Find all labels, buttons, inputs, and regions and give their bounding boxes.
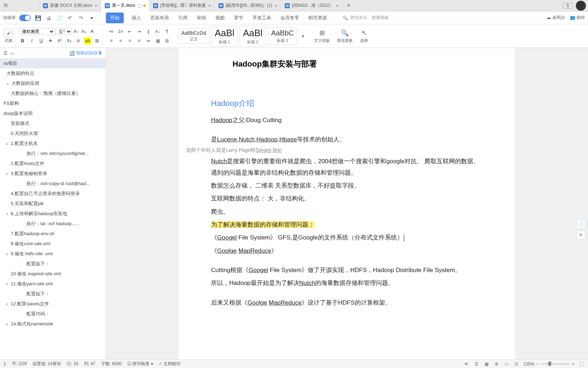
proof-button[interactable]: ✓ 文档校对 (159, 361, 181, 367)
toc-item[interactable]: ∨3.配置免秘钥登录 (0, 169, 106, 179)
toc-item[interactable]: ∨14.格式化namenode (0, 319, 106, 329)
toc-item[interactable]: 配置如下： (0, 259, 106, 269)
tab-shell[interactable]: 壳 (0, 0, 39, 11)
toc-item[interactable]: 10.修改 mapred-site.xml (0, 269, 106, 279)
shrink-font-icon[interactable]: A↓ (80, 28, 88, 35)
print-icon[interactable]: 🖨 (45, 14, 52, 21)
fullscreen-icon[interactable]: ⛶ (578, 361, 584, 367)
toc-item[interactable]: 5.安装和配置jdk (0, 199, 106, 209)
toc-icon[interactable]: ☰ (4, 51, 8, 56)
command-search[interactable]: 🔍查找命令、搜索模板 (343, 15, 389, 21)
outdent-button[interactable]: ⇤ (126, 28, 134, 35)
preview-icon[interactable]: 📄 (56, 14, 63, 21)
indent-button[interactable]: ⇥ (135, 28, 143, 35)
zoom-in-icon[interactable]: + (572, 362, 574, 367)
shading-button[interactable]: ▦ (154, 37, 162, 44)
toc-item[interactable]: ∨大数据的应用 (0, 78, 106, 88)
font-color-button[interactable]: A (75, 37, 82, 44)
toc-item[interactable]: 4.配置自己节点登录的免密码登录 (0, 189, 106, 199)
justify-button[interactable]: ≡ (135, 37, 143, 44)
zoom-out-icon[interactable]: − (536, 362, 539, 367)
close-icon[interactable]: × (335, 3, 338, 9)
collab-button[interactable]: 👥 协作 (570, 15, 585, 21)
toc-item[interactable]: FS架构 (0, 98, 106, 108)
autosave-toggle[interactable] (19, 15, 31, 21)
numbering-button[interactable]: 1≡ (117, 28, 124, 35)
menu-layout[interactable]: 页面布局 (149, 13, 170, 23)
status-line[interactable]: 行: 16 (67, 361, 78, 367)
superscript-button[interactable]: X² (56, 37, 63, 44)
toc-item[interactable]: 7.配置hadoop-env.sh (0, 229, 106, 239)
distribute-button[interactable]: ⇔ (144, 37, 152, 44)
bullets-button[interactable]: •≡ (107, 28, 115, 35)
tab-doc-5[interactable]: W[050410...准（2022）× (281, 0, 342, 11)
dropdown-icon[interactable]: ▾ (88, 14, 95, 21)
toc-item[interactable]: ∨9.修改 hdfs-site .xml (0, 249, 106, 259)
toc-item[interactable]: 执行：tar -xvf hadoop...... (0, 219, 106, 229)
toc-item[interactable]: 执行：vim /etc/sysconfig/net... (0, 149, 106, 159)
toc-item[interactable]: 大数据的核心：预测（建模比赛） (0, 88, 106, 98)
grow-font-icon[interactable]: A↑ (73, 28, 80, 35)
toc-item[interactable]: 大数据的特点 (0, 68, 106, 78)
strike-button[interactable]: A (47, 37, 54, 44)
zoom-slider[interactable] (541, 363, 570, 364)
text-layout-tool[interactable]: ⊞文字排版 (311, 29, 333, 43)
status-words[interactable]: 字数: 6280 (101, 361, 122, 367)
sort-button[interactable]: A↓ (154, 28, 162, 35)
clear-format-icon[interactable]: A̶ (88, 28, 95, 35)
menu-review[interactable]: 审阅 (195, 13, 207, 23)
eye-icon[interactable]: 👁 (463, 361, 470, 367)
tab-doc-3[interactable]: W[李煜稀][...署》课时教案× (150, 0, 215, 11)
zoom-control[interactable]: 120% − + (523, 362, 574, 367)
underline-button[interactable]: U (38, 37, 45, 44)
fit-width-icon[interactable]: ⊡ (513, 361, 520, 367)
menu-chapter[interactable]: 章节 (232, 13, 245, 23)
smart-toc-button[interactable]: 🔄智能识别目录 (69, 50, 102, 56)
style-h2[interactable]: AaBl标题 2 (240, 26, 266, 47)
italic-button[interactable]: I (28, 37, 35, 44)
menu-start[interactable]: 开始 (106, 13, 124, 23)
view-web-icon[interactable]: ⊕ (493, 361, 500, 367)
borders-button[interactable]: ⊞ (163, 37, 171, 44)
view-outline-icon[interactable]: ☰ (473, 361, 480, 367)
status-setting[interactable]: 设置值: 14厘米 (33, 361, 61, 367)
marks-button[interactable]: ¶ (163, 28, 171, 35)
menu-dev[interactable]: 开发工具 (251, 13, 273, 23)
unsync-button[interactable]: ☁ 未同步 (547, 15, 565, 21)
menu-vip[interactable]: 会员专享 (279, 13, 300, 23)
undo-icon[interactable]: ↶ (67, 14, 74, 21)
status-page[interactable]: 2 (4, 362, 6, 367)
font-size-select[interactable]: 五号 (55, 28, 72, 35)
menu-view[interactable]: 视图 (214, 13, 226, 23)
close-icon[interactable]: × (94, 3, 97, 9)
align-left-button[interactable]: ≡ (107, 37, 115, 44)
style-normal[interactable]: AaBbCcDd正文 (178, 28, 209, 44)
tab-doc-4[interactable]: W[戴茂华][05...用3班]）(1)× (215, 0, 281, 11)
select-tool[interactable]: ↖选择 (357, 29, 371, 43)
format-painter[interactable]: 🖌式刷 (4, 29, 13, 43)
toc-item[interactable]: ra项目 (0, 58, 106, 68)
find-replace-tool[interactable]: 🔍查找替换 (334, 29, 356, 43)
style-h1[interactable]: AaBl标题 1 (211, 26, 237, 47)
line-spacing-button[interactable]: ‖ (144, 28, 152, 35)
menu-res[interactable]: 稻壳资源 (307, 13, 328, 23)
close-icon[interactable]: × (274, 3, 277, 9)
toc-item[interactable]: doop版本说明 (0, 108, 106, 118)
align-center-button[interactable]: ≡ (117, 37, 124, 44)
style-h3[interactable]: AaBbC标题 3 (268, 27, 297, 45)
menu-ref[interactable]: 引用 (177, 13, 189, 23)
toc-item[interactable]: 配置如下： (0, 289, 106, 299)
status-section[interactable]: 节: 2/29 (12, 361, 27, 367)
highlight-button[interactable]: ab (84, 37, 91, 44)
subscript-button[interactable]: X₂ (65, 37, 73, 44)
tab-count-badge[interactable]: 5 (563, 3, 573, 9)
bookmark-icon[interactable]: ▭ (10, 51, 14, 56)
align-right-button[interactable]: ≡ (126, 37, 134, 44)
spell-check-button[interactable]: ☑ 拼写检查 ▾ (127, 361, 153, 367)
document-page[interactable]: Hadoop集群安装与部署 Hadoop介绍 Hadoop之父:Doug Cut… (179, 48, 515, 359)
toc-item[interactable]: 0.关闭防火墙 (0, 129, 106, 139)
avatar[interactable] (576, 1, 586, 11)
styles-more-button[interactable]: ▾ (299, 33, 307, 40)
save-icon[interactable]: 💾 (34, 14, 41, 21)
float-tool-2[interactable]: ⊕ (577, 231, 585, 239)
